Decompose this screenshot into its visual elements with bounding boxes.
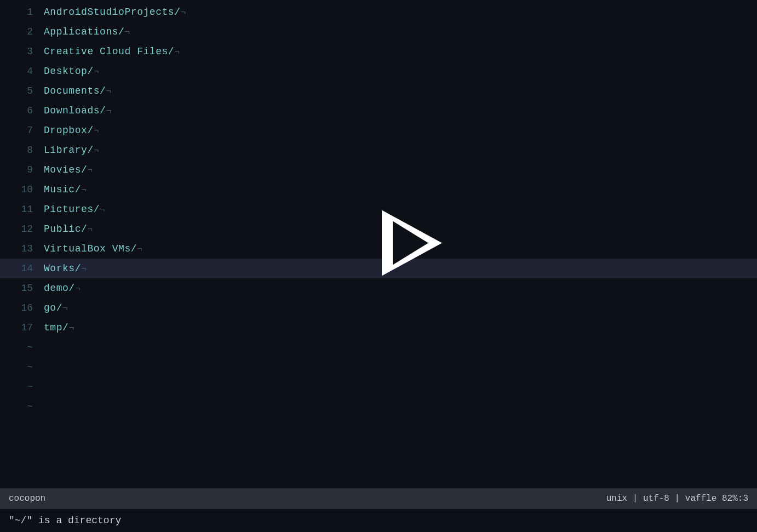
line-number: 7 (0, 125, 44, 136)
line-trail: ¬ (106, 87, 111, 96)
line-content: Library/¬ (44, 145, 99, 156)
line-number: 10 (0, 184, 44, 195)
line-content: Works/¬ (44, 263, 87, 274)
tilde-char: ~ (0, 401, 44, 412)
tilde-char: ~ (0, 381, 44, 392)
line-number: 4 (0, 66, 44, 77)
line-trail: ¬ (174, 47, 180, 57)
line-content: tmp/¬ (44, 322, 74, 333)
editor-line: 3Creative Cloud Files/¬ (0, 42, 757, 61)
editor-line: 12Public/¬ (0, 219, 757, 239)
editor-line: 6Downloads/¬ (0, 101, 757, 121)
tilde-char: ~ (0, 362, 44, 373)
line-content: Dropbox/¬ (44, 125, 99, 136)
line-trail: ¬ (100, 205, 105, 215)
line-number: 9 (0, 164, 44, 175)
line-number: 11 (0, 204, 44, 215)
tilde-line: ~ (0, 377, 757, 397)
editor-line: 10Music/¬ (0, 180, 757, 199)
tilde-char: ~ (0, 342, 44, 353)
line-trail: ¬ (87, 165, 93, 175)
line-number: 3 (0, 46, 44, 57)
line-content: Applications/¬ (44, 26, 130, 37)
line-content: Desktop/¬ (44, 66, 99, 77)
status-filename: cocopon (9, 494, 45, 504)
line-trail: ¬ (94, 146, 99, 156)
line-number: 8 (0, 145, 44, 156)
line-content: Documents/¬ (44, 85, 112, 96)
line-trail: ¬ (75, 284, 81, 294)
line-trail: ¬ (94, 126, 99, 136)
line-number: 6 (0, 105, 44, 116)
line-trail: ¬ (181, 8, 186, 18)
line-number: 13 (0, 243, 44, 254)
line-number: 1 (0, 7, 44, 18)
editor-line: 1AndroidStudioProjects/¬ (0, 2, 757, 22)
command-line: "~/" is a directory (0, 509, 757, 532)
editor-line: 8Library/¬ (0, 140, 757, 160)
status-info: unix | utf-8 | vaffle 82%:3 (606, 494, 748, 504)
line-number: 16 (0, 302, 44, 313)
line-content: Downloads/¬ (44, 105, 112, 116)
editor-line: 17tmp/¬ (0, 318, 757, 337)
line-number: 2 (0, 26, 44, 37)
line-trail: ¬ (81, 185, 87, 195)
line-content: Pictures/¬ (44, 204, 105, 215)
editor-line: 11Pictures/¬ (0, 199, 757, 219)
tilde-line: ~ (0, 337, 757, 357)
editor-line: 16go/¬ (0, 298, 757, 318)
line-trail: ¬ (106, 106, 111, 116)
line-trail: ¬ (68, 323, 74, 333)
editor-line: 9Movies/¬ (0, 160, 757, 180)
editor-line: 14Works/¬ (0, 259, 757, 278)
editor-line: 5Documents/¬ (0, 81, 757, 101)
editor-line: 4Desktop/¬ (0, 61, 757, 81)
line-content: Movies/¬ (44, 164, 93, 175)
line-trail: ¬ (81, 264, 87, 274)
line-trail: ¬ (137, 244, 142, 254)
editor-line: 7Dropbox/¬ (0, 121, 757, 140)
line-trail: ¬ (87, 225, 93, 234)
editor-area: 1AndroidStudioProjects/¬2Applications/¬3… (0, 0, 757, 488)
tilde-line: ~ (0, 357, 757, 377)
command-text: "~/" is a directory (9, 515, 121, 526)
line-trail: ¬ (62, 304, 68, 313)
line-content: VirtualBox VMs/¬ (44, 243, 142, 254)
line-content: demo/¬ (44, 283, 81, 294)
status-bar: cocopon unix | utf-8 | vaffle 82%:3 (0, 488, 757, 509)
line-number: 5 (0, 85, 44, 96)
editor-line: 13VirtualBox VMs/¬ (0, 239, 757, 259)
line-trail: ¬ (124, 27, 130, 37)
line-content: go/¬ (44, 302, 68, 313)
line-content: Creative Cloud Files/¬ (44, 46, 180, 57)
line-content: AndroidStudioProjects/¬ (44, 7, 186, 18)
line-number: 14 (0, 263, 44, 274)
line-content: Public/¬ (44, 224, 93, 234)
line-content: Music/¬ (44, 184, 87, 195)
editor-line: 2Applications/¬ (0, 22, 757, 42)
line-number: 17 (0, 322, 44, 333)
line-trail: ¬ (94, 67, 99, 77)
line-container: 1AndroidStudioProjects/¬2Applications/¬3… (0, 0, 757, 416)
tilde-line: ~ (0, 397, 757, 416)
line-number: 12 (0, 224, 44, 234)
editor-line: 15demo/¬ (0, 278, 757, 298)
line-number: 15 (0, 283, 44, 294)
